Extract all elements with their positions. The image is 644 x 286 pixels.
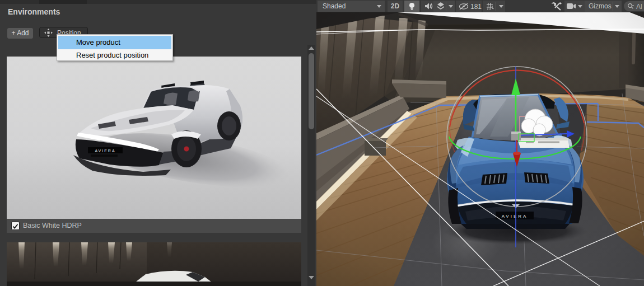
svg-text:AVIERA: AVIERA — [95, 149, 115, 153]
